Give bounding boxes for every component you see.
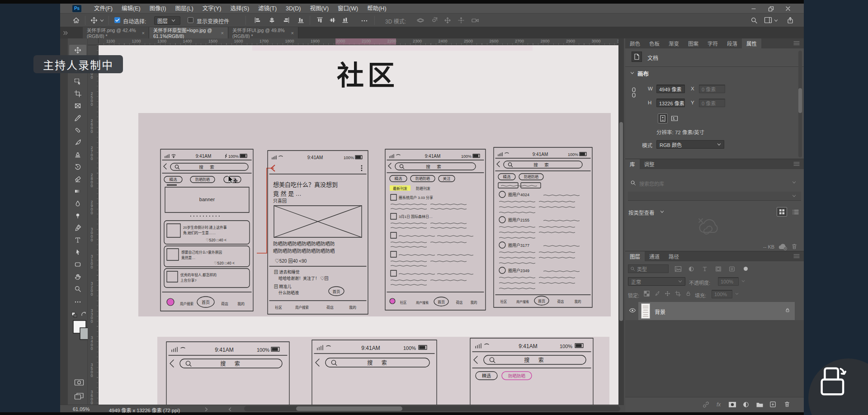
tab-color[interactable]: 颜色 (625, 38, 645, 48)
color-mode-select[interactable]: RGB 颜色 (656, 140, 724, 149)
canvas-viewport[interactable]: 社区 9:41AM 100% 搜 索 精选 防晒防晒 关注 banner 20岁… (99, 45, 618, 405)
clone-stamp-tool[interactable] (69, 149, 86, 160)
brush-tool[interactable] (69, 137, 86, 148)
chevron-down-icon[interactable] (100, 19, 104, 22)
align-bottom-icon[interactable] (342, 17, 349, 24)
eraser-tool[interactable] (69, 174, 86, 184)
default-colors-icon[interactable] (71, 312, 78, 318)
tab-patterns[interactable]: 图案 (684, 38, 703, 48)
layer-thumbnail[interactable] (641, 303, 650, 319)
fill-chevron-icon[interactable] (735, 292, 739, 295)
delete-layer-trash-icon[interactable] (784, 401, 790, 408)
filter-pixel-layers-icon[interactable] (675, 266, 682, 272)
library-filter-chevron-icon[interactable] (792, 194, 796, 198)
vertical-ruler[interactable]: 2400250026002700280029003000310032003300… (88, 45, 99, 405)
filter-toggle-dot[interactable] (743, 266, 748, 271)
library-panel-menu-icon[interactable] (793, 161, 801, 167)
hand-tool[interactable] (69, 271, 86, 282)
lock-pixels-icon[interactable] (654, 291, 660, 297)
search-icon[interactable] (750, 17, 758, 24)
type-tool[interactable] (69, 235, 86, 245)
filter-shape-layers-icon[interactable] (715, 266, 722, 272)
orientation-landscape-button[interactable] (670, 113, 679, 123)
tab-channels[interactable]: 通道 (645, 251, 664, 261)
align-middle-v-icon[interactable] (329, 17, 336, 24)
distribute-h-icon[interactable] (297, 17, 304, 24)
menu-filter[interactable]: 滤镜(T) (254, 4, 281, 14)
tab-character[interactable]: 字符 (703, 38, 722, 48)
align-top-icon[interactable] (316, 17, 323, 24)
library-trash-icon[interactable] (791, 243, 797, 250)
blur-tool[interactable] (69, 198, 86, 209)
doc-tab-3-close-icon[interactable]: × (291, 30, 294, 36)
auto-select-target-dropdown[interactable]: 图层 (154, 16, 180, 25)
tab-adjustments[interactable]: 调整 (640, 159, 659, 169)
status-chevron-icon[interactable] (205, 407, 208, 411)
tab-swatches[interactable]: 色板 (645, 38, 664, 48)
library-filter-dropdown[interactable] (628, 192, 801, 201)
tab-properties-active[interactable]: 属性 (742, 38, 761, 48)
close-button[interactable] (780, 4, 796, 14)
tab-layers-active[interactable]: 图层 (625, 251, 645, 261)
horizontal-scrollbar-thumb[interactable] (296, 406, 402, 411)
pen-tool[interactable] (69, 222, 86, 233)
lock-all-icon[interactable] (685, 291, 691, 297)
zoom-tool[interactable] (69, 283, 86, 294)
filter-adjustment-layers-icon[interactable] (688, 266, 694, 272)
align-right-icon[interactable] (283, 17, 290, 24)
tab-overflow-icon[interactable] (63, 31, 68, 35)
doc-tab-2-active[interactable]: 关怀手环原型图+logo.jpg @ 61.1%(RGB/8)× (149, 27, 228, 38)
library-search-icon[interactable] (630, 180, 636, 186)
grid-view-icon[interactable] (777, 207, 787, 217)
lock-artboard-icon[interactable] (675, 291, 681, 297)
new-adjustment-layer-icon[interactable] (743, 401, 749, 408)
layer-filter-box[interactable]: 类型 (628, 264, 669, 273)
new-group-folder-icon[interactable] (756, 401, 764, 408)
menu-layer[interactable]: 图层(L) (170, 4, 198, 14)
menu-view[interactable]: 视图(V) (305, 4, 333, 14)
link-dimensions-icon[interactable] (631, 87, 637, 99)
eyedropper-tool[interactable] (69, 113, 86, 123)
library-search-placeholder[interactable]: 搜索您的库 (639, 180, 664, 187)
menu-select[interactable]: 选择(S) (226, 4, 254, 14)
properties-scrollbar-thumb[interactable] (798, 88, 802, 113)
move-tool-option-icon[interactable] (90, 17, 98, 24)
blend-mode-select[interactable]: 正常 (628, 277, 685, 286)
menu-window[interactable]: 窗口(W) (333, 4, 363, 14)
healing-brush-tool[interactable] (69, 125, 86, 136)
layer-name[interactable]: 背景 (655, 308, 665, 316)
workspace-icon[interactable] (764, 17, 772, 24)
restore-button[interactable] (763, 4, 778, 14)
canvas-vertical-scrollbar-thumb[interactable] (619, 122, 623, 321)
quick-mask-icon[interactable] (74, 379, 84, 386)
tab-paragraph[interactable]: 段落 (722, 38, 742, 48)
lock-position-icon[interactable] (665, 291, 670, 297)
zoom-level[interactable]: 61.05% (73, 406, 90, 412)
frame-tool[interactable] (69, 100, 86, 111)
share-icon[interactable] (787, 17, 794, 24)
menu-3d[interactable]: 3D(D) (281, 4, 305, 14)
tab-library-active[interactable]: 库 (625, 159, 640, 169)
width-input[interactable]: 4949 像素 (656, 85, 685, 93)
move-tool[interactable] (69, 45, 86, 56)
link-layers-icon[interactable] (702, 401, 710, 408)
list-view-icon[interactable] (790, 207, 801, 217)
auto-select-checkbox[interactable] (114, 17, 120, 23)
align-center-h-icon[interactable] (269, 17, 275, 24)
screen-mode-icon[interactable] (74, 392, 84, 401)
new-layer-icon[interactable] (769, 401, 776, 408)
history-brush-tool[interactable] (69, 161, 86, 172)
horizontal-ruler[interactable]: 1100120013001400150016001700180019002000… (99, 38, 618, 45)
canvas-section-header[interactable]: 画布 (637, 69, 649, 78)
menu-file[interactable]: 文件(F) (90, 4, 117, 14)
filter-smart-objects-icon[interactable] (729, 266, 735, 272)
crop-tool[interactable] (69, 88, 86, 99)
tab-gradients[interactable]: 渐变 (664, 38, 684, 48)
properties-panel-menu-icon[interactable] (793, 41, 801, 46)
lock-transparent-icon[interactable] (644, 291, 650, 297)
view-by-type-chevron-icon[interactable] (660, 210, 664, 213)
workspace-chevron-icon[interactable] (774, 19, 778, 22)
view-by-type-label[interactable]: 按类型查看 (628, 209, 655, 216)
object-selection-tool[interactable] (69, 76, 86, 87)
show-transform-checkbox[interactable] (188, 17, 193, 23)
